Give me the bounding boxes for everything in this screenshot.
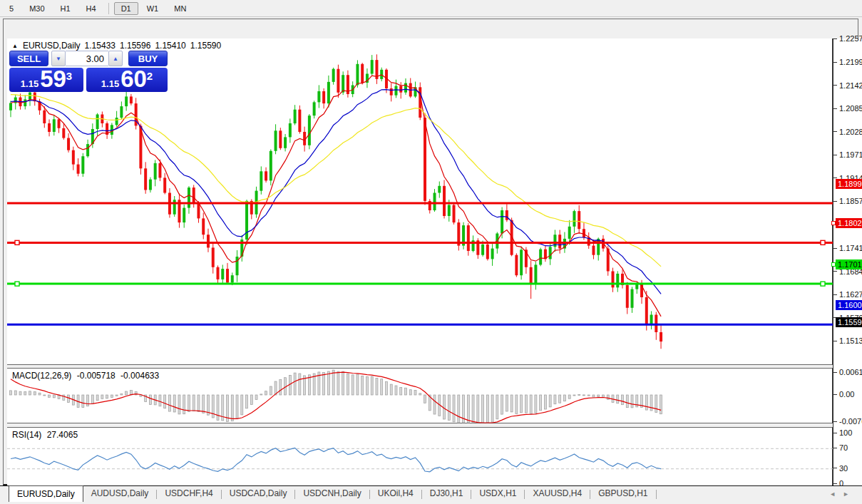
timeframe-button-d1[interactable]: D1 — [114, 2, 138, 15]
macd-axis-tick-label: 0.006193 — [839, 368, 862, 376]
price-axis-tick: 1.21990 — [833, 57, 862, 67]
price-axis-tick: 1.19710 — [833, 150, 862, 160]
chart-symbol-label: EURUSD,Daily — [23, 41, 81, 51]
price-axis-tick: 1.15135 — [833, 336, 862, 346]
sell-button[interactable]: SELL — [9, 51, 48, 66]
rsi-name: RSI(14) — [12, 430, 41, 440]
price-axis-tick: 1.18570 — [833, 196, 862, 206]
tick-dash — [833, 421, 837, 422]
tick-dash — [833, 85, 837, 86]
chart-tab-usdcad-daily[interactable]: USDCAD,Daily — [222, 486, 295, 501]
rsi-indicator-pane[interactable]: RSI(14) 27.4065 — [7, 427, 833, 488]
sell-price-big: 59 — [40, 68, 66, 90]
chart-tab-xauusd-h4[interactable]: XAUUSD,H4 — [525, 486, 590, 501]
tick-dash — [833, 108, 837, 109]
price-axis-tick-label: 1.18570 — [839, 197, 862, 205]
ohlc-low: 1.15410 — [155, 41, 185, 51]
buy-button[interactable]: BUY — [128, 51, 168, 66]
rsi-axis-tick-label: 70 — [839, 443, 848, 452]
chart-tab-gbpusd-h1[interactable]: GBPUSD,H1 — [590, 486, 655, 501]
rsi-value: 27.4065 — [47, 430, 78, 440]
price-axis-tick-label: 1.22575 — [839, 34, 862, 43]
price-axis-tick-label: 1.21420 — [839, 81, 862, 90]
tick-dash — [833, 468, 837, 468]
timeframe-toolbar: 5M30H1H4D1W1MN — [0, 0, 862, 17]
price-axis-tick: 1.17415 — [833, 243, 862, 253]
price-axis-tick: 1.16275 — [833, 289, 862, 299]
tab-scroll-left-icon[interactable]: ◄ — [829, 490, 843, 498]
price-axis-tick: 1.22575 — [833, 34, 862, 43]
chart-tab-ukoil-h4[interactable]: UKOil,H4 — [370, 486, 421, 501]
timeframe-button-w1[interactable]: W1 — [140, 2, 166, 15]
tick-dash — [833, 372, 837, 373]
volume-input[interactable] — [66, 51, 108, 66]
buy-price-big: 60 — [120, 68, 147, 90]
macd-axis-tick: 0.006193 — [833, 367, 862, 377]
chart-tab-usdchf-h4[interactable]: USDCHF,H4 — [157, 486, 220, 501]
timeframe-button-h4[interactable]: H4 — [79, 2, 103, 15]
tick-dash — [833, 294, 837, 295]
tab-scroll-arrows[interactable]: ◄► — [829, 490, 856, 498]
tick-dash — [833, 433, 837, 433]
timeframe-button-h1[interactable]: H1 — [53, 2, 78, 15]
ohlc-close: 1.15590 — [190, 41, 221, 51]
macd-label: MACD(12,26,9) -0.005718 -0.004633 — [12, 371, 162, 381]
timeframe-button-m30[interactable]: M30 — [22, 2, 51, 15]
macd-name: MACD(12,26,9) — [12, 371, 71, 381]
chart-collapse-icon[interactable]: ▲ — [12, 43, 18, 49]
tab-scroll-right-icon[interactable]: ► — [843, 490, 856, 498]
sell-price-small: 1.15 — [21, 78, 39, 89]
chart-tab-usdx-h1[interactable]: USDX,H1 — [471, 486, 524, 501]
chart-tab-dj30-h1[interactable]: DJ30,H1 — [422, 486, 471, 501]
macd-axis-tick: 0.00 — [833, 389, 854, 399]
price-axis-tick: 1.20850 — [833, 103, 862, 113]
timeframe-button-5[interactable]: 5 — [2, 2, 21, 15]
chart-title: ▲ EURUSD,Daily 1.15433 1.15596 1.15410 1… — [12, 41, 221, 51]
one-click-trading-panel: SELL ▼ ▲ BUY 1.15 59 3 1.15 60 2 — [9, 51, 168, 92]
chart-tab-usdcnh-daily[interactable]: USDCNH,Daily — [295, 486, 369, 501]
mt4-application: 5M30H1H4D1W1MN ▲ EURUSD,Daily 1.15433 1.… — [0, 0, 862, 504]
tab-divider — [656, 490, 657, 499]
macd-indicator-pane[interactable]: MACD(12,26,9) -0.005718 -0.004633 — [7, 368, 833, 423]
price-axis-tick: 1.21420 — [833, 81, 862, 91]
macd-axis-tick-label: -0.007621 — [839, 417, 862, 426]
tick-dash — [833, 448, 837, 448]
hline-handle[interactable] — [831, 262, 836, 267]
sell-price-box[interactable]: 1.15 59 3 — [9, 68, 83, 92]
tick-dash — [833, 38, 837, 39]
hline-price-label: 1.16007 — [836, 300, 862, 310]
buy-price-box[interactable]: 1.15 60 2 — [86, 68, 168, 92]
tick-dash — [833, 341, 837, 341]
timeframe-button-mn[interactable]: MN — [167, 2, 193, 15]
chart-window: ▲ EURUSD,Daily 1.15433 1.15596 1.15410 1… — [3, 19, 858, 485]
macd-value-main: -0.005718 — [77, 371, 116, 381]
price-axis-tick-label: 1.20280 — [839, 128, 862, 136]
macd-value-signal: -0.004633 — [120, 371, 159, 381]
chart-tab-eurusd-daily[interactable]: EURUSD,Daily — [9, 485, 83, 502]
price-axis-tick-label: 1.17415 — [839, 244, 862, 252]
sell-price-sup: 3 — [66, 70, 72, 82]
price-axis-tick-label: 1.21990 — [839, 58, 862, 66]
rsi-label: RSI(14) 27.4065 — [12, 430, 81, 440]
rsi-axis-tick: 70 — [833, 443, 848, 453]
current-price-label: 1.15590 — [836, 317, 862, 327]
price-axis-tick-label: 1.16275 — [839, 290, 862, 299]
price-axis[interactable]: 1.225751.219901.214201.208501.202801.197… — [833, 38, 862, 488]
volume-decrease-button[interactable]: ▼ — [51, 51, 66, 66]
tick-dash — [833, 62, 837, 63]
hline-price-label: 1.18024 — [836, 218, 862, 228]
price-axis-tick-label: 1.20850 — [839, 104, 862, 113]
hline-handle[interactable] — [831, 221, 836, 225]
chart-tab-audusd-daily[interactable]: AUDUSD,Daily — [83, 486, 157, 501]
price-axis-tick-label: 1.19710 — [839, 150, 862, 159]
buy-price-sup: 2 — [147, 70, 153, 82]
rsi-axis-tick-label: 30 — [839, 464, 848, 473]
volume-increase-button[interactable]: ▲ — [108, 51, 123, 66]
price-chart-pane[interactable]: ▲ EURUSD,Daily 1.15433 1.15596 1.15410 1… — [7, 38, 833, 365]
macd-axis-tick-label: 0.00 — [839, 390, 854, 398]
hline-price-label: 1.18998 — [836, 179, 862, 189]
tick-dash — [833, 271, 837, 272]
buy-price-small: 1.15 — [101, 78, 119, 89]
ohlc-high: 1.15596 — [120, 41, 150, 51]
toolbar-separator — [108, 3, 109, 14]
